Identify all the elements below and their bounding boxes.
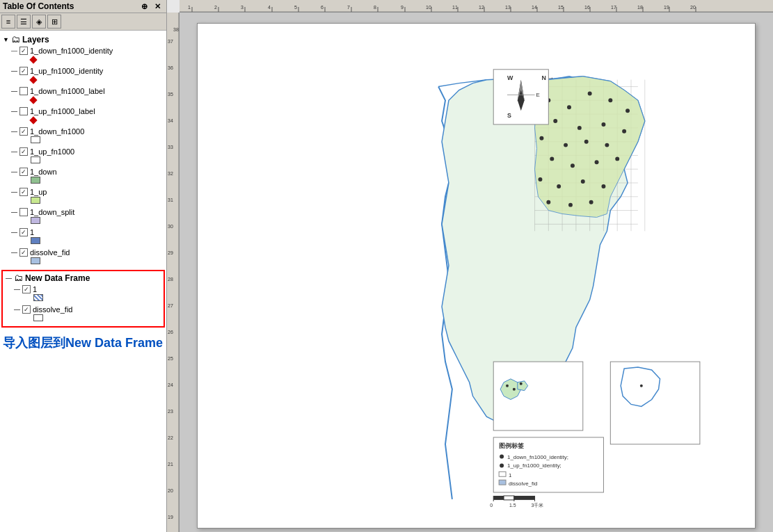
toc-item-ndf-dissolve[interactable]: — dissolve_fid xyxy=(3,305,164,314)
layer-name-1: 1 xyxy=(30,228,34,236)
toc-item-1down[interactable]: — 1_down xyxy=(0,167,166,176)
checkbox-1down-label[interactable] xyxy=(19,87,28,95)
toc-item-dissolve-fid[interactable]: — dissolve_fid xyxy=(0,248,166,257)
checkbox-1up-identity[interactable] xyxy=(19,67,28,75)
svg-text:33: 33 xyxy=(168,145,173,150)
checkbox-1up-fn1000[interactable] xyxy=(19,147,28,156)
toc-item-1down-fn1000[interactable]: — 1_down_fn1000 xyxy=(0,127,166,136)
expand-arrow: — xyxy=(11,67,17,74)
toc-panel: Table Of Contents ⊕ ✕ ≡ ☰ ◈ ⊞ ▼ 🗂 xyxy=(0,0,167,532)
symbol-diamond-1down xyxy=(29,56,37,63)
toc-pin-button[interactable]: ⊕ xyxy=(138,2,150,11)
toc-item-ndf-1[interactable]: — 1 xyxy=(3,284,164,293)
layers-group-header[interactable]: ▼ 🗂 Layers xyxy=(0,33,166,46)
map-paper: W N → S E xyxy=(197,23,756,529)
toc-item-1down-identity[interactable]: — 1_down_fn1000_identity xyxy=(0,46,166,55)
checkbox-1down-identity[interactable] xyxy=(19,47,28,55)
svg-text:32: 32 xyxy=(168,171,173,176)
checkbox-1[interactable] xyxy=(19,228,28,236)
checkbox-dissolve-fid[interactable] xyxy=(19,248,28,257)
toc-item-1up-identity[interactable]: — 1_up_fn1000_identity xyxy=(0,66,166,75)
toc-item-1up[interactable]: — 1_up xyxy=(0,187,166,196)
svg-rect-132 xyxy=(504,496,514,500)
svg-text:1: 1 xyxy=(509,472,512,478)
toc-item-1down-label[interactable]: — 1_down_fn1000_label xyxy=(0,86,166,95)
map-area: 1 2 3 4 5 6 7 8 9 10 11 12 13 xyxy=(167,0,773,532)
svg-rect-133 xyxy=(514,496,535,500)
svg-text:14: 14 xyxy=(532,5,537,10)
checkbox-1up[interactable] xyxy=(19,188,28,196)
svg-point-123 xyxy=(500,455,504,459)
svg-text:27: 27 xyxy=(168,303,173,308)
expand-arrow: — xyxy=(11,128,17,135)
svg-text:28: 28 xyxy=(168,277,173,282)
svg-text:1_up_fn1000_identity;: 1_up_fn1000_identity; xyxy=(507,462,561,469)
checkbox-1down[interactable] xyxy=(19,168,28,176)
layer-name-1up: 1_up xyxy=(30,188,47,196)
svg-point-89 xyxy=(577,126,582,130)
toc-close-button[interactable]: ✕ xyxy=(152,2,164,11)
checkbox-ndf-1[interactable] xyxy=(22,285,31,293)
svg-point-103 xyxy=(601,184,605,188)
toc-layer-view-button[interactable]: ◈ xyxy=(32,15,46,29)
svg-text:8: 8 xyxy=(374,5,376,10)
svg-text:24: 24 xyxy=(168,382,173,387)
checkbox-1down-fn1000[interactable] xyxy=(19,127,28,136)
expand-arrow: — xyxy=(11,188,17,195)
svg-rect-131 xyxy=(493,496,504,500)
svg-text:dissolve_fid: dissolve_fid xyxy=(509,481,537,487)
toc-content: ▼ 🗂 Layers — 1_down_fn1000_identity xyxy=(0,31,166,532)
svg-point-99 xyxy=(615,156,619,161)
svg-text:36: 36 xyxy=(168,65,173,70)
svg-text:10: 10 xyxy=(426,5,431,10)
svg-text:1: 1 xyxy=(188,5,191,10)
symbol-rect-empty-1down xyxy=(31,136,40,143)
toc-item-1[interactable]: — 1 xyxy=(0,227,166,236)
symbol-rect-ndf-dissolve xyxy=(33,314,43,321)
main-area: Table Of Contents ⊕ ✕ ≡ ☰ ◈ ⊞ ▼ 🗂 xyxy=(0,0,773,532)
svg-text:18: 18 xyxy=(637,5,643,10)
symbol-rect-1down-split xyxy=(31,217,40,224)
svg-point-97 xyxy=(571,163,575,168)
checkbox-1up-label[interactable] xyxy=(19,107,28,115)
layer-name-dissolve-fid: dissolve_fid xyxy=(30,248,70,257)
app-container: Table Of Contents ⊕ ✕ ≡ ☰ ◈ ⊞ ▼ 🗂 xyxy=(0,0,773,532)
svg-point-120 xyxy=(640,385,643,387)
svg-point-91 xyxy=(622,129,626,134)
toc-item-1down-split[interactable]: — 1_down_split xyxy=(0,207,166,216)
layers-group: ▼ 🗂 Layers — 1_down_fn1000_identity xyxy=(0,32,166,268)
symbol-diamond-1up-label xyxy=(29,116,37,124)
toc-list2-view-button[interactable]: ☰ xyxy=(17,15,31,29)
svg-point-87 xyxy=(625,108,630,113)
toc-item-1up-fn1000[interactable]: — 1_up_fn1000 xyxy=(0,147,166,156)
svg-text:20: 20 xyxy=(168,488,173,493)
expand-arrow: — xyxy=(11,229,17,236)
checkbox-1down-split[interactable] xyxy=(19,208,28,216)
svg-text:N  →: N → xyxy=(541,74,554,81)
layers-group-label: Layers xyxy=(22,35,49,45)
toc-list-view-button[interactable]: ≡ xyxy=(1,15,15,29)
svg-point-117 xyxy=(513,388,516,391)
bottom-label: 导入图层到New Data Frame xyxy=(0,329,166,354)
svg-point-90 xyxy=(601,122,605,127)
expand-arrow: — xyxy=(11,47,17,54)
svg-text:29: 29 xyxy=(168,250,173,255)
toc-options-button[interactable]: ⊞ xyxy=(47,15,61,29)
checkbox-ndf-dissolve[interactable] xyxy=(22,305,31,314)
svg-point-106 xyxy=(589,200,593,204)
svg-point-100 xyxy=(539,177,543,182)
svg-text:13: 13 xyxy=(505,5,511,10)
svg-text:26: 26 xyxy=(168,330,173,334)
symbol-rect-1down xyxy=(31,177,40,184)
svg-text:4: 4 xyxy=(268,5,271,10)
new-data-frame-header[interactable]: — 🗂 New Data Frame xyxy=(3,271,164,284)
svg-rect-127 xyxy=(499,471,506,476)
expand-arrow: — xyxy=(11,168,17,175)
toc-item-1up-label[interactable]: — 1_up_fn1000_label xyxy=(0,106,166,115)
svg-text:1.5: 1.5 xyxy=(509,503,516,508)
layer-name-1down-split: 1_down_split xyxy=(30,208,74,216)
expand-arrow: — xyxy=(14,286,20,293)
svg-point-94 xyxy=(584,140,589,144)
symbol-diamond-1down-label xyxy=(29,96,37,104)
svg-point-125 xyxy=(500,463,504,467)
